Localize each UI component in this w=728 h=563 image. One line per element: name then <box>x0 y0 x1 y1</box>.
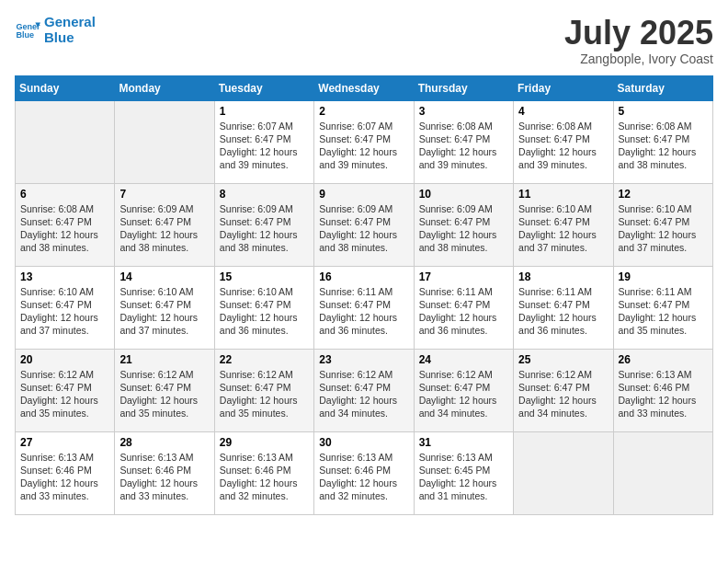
day-detail: Sunrise: 6:12 AMSunset: 6:47 PMDaylight:… <box>518 368 608 420</box>
day-number: 15 <box>220 270 309 283</box>
day-detail: Sunrise: 6:12 AMSunset: 6:47 PMDaylight:… <box>419 368 508 420</box>
calendar-cell: 9Sunrise: 6:09 AMSunset: 6:47 PMDaylight… <box>314 183 414 266</box>
calendar-cell: 24Sunrise: 6:12 AMSunset: 6:47 PMDayligh… <box>414 349 513 431</box>
day-detail: Sunrise: 6:08 AMSunset: 6:47 PMDaylight:… <box>619 120 708 172</box>
day-number: 27 <box>20 436 109 449</box>
calendar-week-row: 6Sunrise: 6:08 AMSunset: 6:47 PMDaylight… <box>16 183 713 266</box>
calendar-day-header: Saturday <box>613 75 712 100</box>
calendar-day-header: Friday <box>514 75 613 100</box>
logo-icon: General Blue <box>15 17 40 43</box>
calendar-cell: 6Sunrise: 6:08 AMSunset: 6:47 PMDaylight… <box>16 183 115 266</box>
calendar-header-row: SundayMondayTuesdayWednesdayThursdayFrid… <box>16 75 713 100</box>
logo: General Blue General Blue <box>15 15 96 45</box>
day-detail: Sunrise: 6:10 AMSunset: 6:47 PMDaylight:… <box>518 202 608 255</box>
day-number: 29 <box>220 436 309 449</box>
day-detail: Sunrise: 6:11 AMSunset: 6:47 PMDaylight:… <box>419 285 508 338</box>
calendar-week-row: 20Sunrise: 6:12 AMSunset: 6:47 PMDayligh… <box>16 349 713 431</box>
day-number: 19 <box>619 270 708 283</box>
day-detail: Sunrise: 6:09 AMSunset: 6:47 PMDaylight:… <box>119 202 209 255</box>
calendar-cell: 12Sunrise: 6:10 AMSunset: 6:47 PMDayligh… <box>613 183 712 266</box>
logo-text-line1: General <box>44 15 96 30</box>
day-number: 2 <box>319 105 408 118</box>
calendar-cell: 20Sunrise: 6:12 AMSunset: 6:47 PMDayligh… <box>16 349 115 431</box>
day-number: 12 <box>619 188 708 201</box>
day-number: 26 <box>619 353 708 366</box>
day-number: 23 <box>319 353 408 366</box>
calendar-cell: 2Sunrise: 6:07 AMSunset: 6:47 PMDaylight… <box>314 100 414 183</box>
calendar-week-row: 27Sunrise: 6:13 AMSunset: 6:46 PMDayligh… <box>16 431 713 514</box>
day-detail: Sunrise: 6:11 AMSunset: 6:47 PMDaylight:… <box>518 285 608 338</box>
day-detail: Sunrise: 6:12 AMSunset: 6:47 PMDaylight:… <box>220 368 309 420</box>
day-detail: Sunrise: 6:13 AMSunset: 6:46 PMDaylight:… <box>220 451 309 503</box>
calendar-cell: 28Sunrise: 6:13 AMSunset: 6:46 PMDayligh… <box>115 431 214 514</box>
day-number: 4 <box>518 105 608 118</box>
day-number: 5 <box>619 105 708 118</box>
calendar-day-header: Sunday <box>16 75 115 100</box>
day-detail: Sunrise: 6:11 AMSunset: 6:47 PMDaylight:… <box>619 285 708 338</box>
day-number: 9 <box>319 188 408 201</box>
day-detail: Sunrise: 6:13 AMSunset: 6:45 PMDaylight:… <box>419 451 508 503</box>
logo-text-line2: Blue <box>44 30 96 46</box>
calendar-cell: 16Sunrise: 6:11 AMSunset: 6:47 PMDayligh… <box>314 266 414 349</box>
calendar-body: 1Sunrise: 6:07 AMSunset: 6:47 PMDaylight… <box>16 100 713 514</box>
calendar-cell: 29Sunrise: 6:13 AMSunset: 6:46 PMDayligh… <box>214 431 313 514</box>
calendar-cell: 22Sunrise: 6:12 AMSunset: 6:47 PMDayligh… <box>214 349 313 431</box>
calendar-cell: 10Sunrise: 6:09 AMSunset: 6:47 PMDayligh… <box>414 183 513 266</box>
day-detail: Sunrise: 6:10 AMSunset: 6:47 PMDaylight:… <box>20 285 109 338</box>
calendar-cell: 19Sunrise: 6:11 AMSunset: 6:47 PMDayligh… <box>613 266 712 349</box>
calendar-cell: 26Sunrise: 6:13 AMSunset: 6:46 PMDayligh… <box>613 349 712 431</box>
day-detail: Sunrise: 6:10 AMSunset: 6:47 PMDaylight:… <box>119 285 209 338</box>
calendar-cell: 11Sunrise: 6:10 AMSunset: 6:47 PMDayligh… <box>514 183 613 266</box>
calendar-cell: 23Sunrise: 6:12 AMSunset: 6:47 PMDayligh… <box>314 349 414 431</box>
day-detail: Sunrise: 6:13 AMSunset: 6:46 PMDaylight:… <box>619 368 708 420</box>
calendar-day-header: Tuesday <box>214 75 313 100</box>
day-number: 10 <box>419 188 508 201</box>
calendar-cell: 30Sunrise: 6:13 AMSunset: 6:46 PMDayligh… <box>314 431 414 514</box>
day-detail: Sunrise: 6:12 AMSunset: 6:47 PMDaylight:… <box>119 368 209 420</box>
day-number: 3 <box>419 105 508 118</box>
calendar-cell: 1Sunrise: 6:07 AMSunset: 6:47 PMDaylight… <box>214 100 313 183</box>
svg-text:Blue: Blue <box>16 30 34 40</box>
day-number: 20 <box>20 353 109 366</box>
page-header: General Blue General Blue July 2025 Zang… <box>15 15 713 66</box>
calendar-cell <box>613 431 712 514</box>
calendar-day-header: Thursday <box>414 75 513 100</box>
day-number: 31 <box>419 436 508 449</box>
day-detail: Sunrise: 6:08 AMSunset: 6:47 PMDaylight:… <box>518 120 608 172</box>
calendar-cell: 25Sunrise: 6:12 AMSunset: 6:47 PMDayligh… <box>514 349 613 431</box>
calendar-cell: 7Sunrise: 6:09 AMSunset: 6:47 PMDaylight… <box>115 183 214 266</box>
day-detail: Sunrise: 6:12 AMSunset: 6:47 PMDaylight:… <box>20 368 109 420</box>
day-number: 22 <box>220 353 309 366</box>
day-number: 8 <box>220 188 309 201</box>
day-detail: Sunrise: 6:08 AMSunset: 6:47 PMDaylight:… <box>419 120 508 172</box>
day-detail: Sunrise: 6:11 AMSunset: 6:47 PMDaylight:… <box>319 285 408 338</box>
calendar-cell: 18Sunrise: 6:11 AMSunset: 6:47 PMDayligh… <box>514 266 613 349</box>
location-subtitle: Zangbople, Ivory Coast <box>564 52 713 66</box>
day-detail: Sunrise: 6:13 AMSunset: 6:46 PMDaylight:… <box>119 451 209 503</box>
title-block: July 2025 Zangbople, Ivory Coast <box>564 15 713 66</box>
day-number: 7 <box>119 188 209 201</box>
day-number: 25 <box>518 353 608 366</box>
day-detail: Sunrise: 6:07 AMSunset: 6:47 PMDaylight:… <box>220 120 309 172</box>
day-detail: Sunrise: 6:09 AMSunset: 6:47 PMDaylight:… <box>419 202 508 255</box>
calendar-cell: 21Sunrise: 6:12 AMSunset: 6:47 PMDayligh… <box>115 349 214 431</box>
day-number: 11 <box>518 188 608 201</box>
day-number: 28 <box>119 436 209 449</box>
day-number: 21 <box>119 353 209 366</box>
day-detail: Sunrise: 6:07 AMSunset: 6:47 PMDaylight:… <box>319 120 408 172</box>
calendar-cell <box>115 100 214 183</box>
calendar-cell: 15Sunrise: 6:10 AMSunset: 6:47 PMDayligh… <box>214 266 313 349</box>
calendar-cell: 27Sunrise: 6:13 AMSunset: 6:46 PMDayligh… <box>16 431 115 514</box>
day-number: 30 <box>319 436 408 449</box>
day-detail: Sunrise: 6:13 AMSunset: 6:46 PMDaylight:… <box>319 451 408 503</box>
calendar-cell: 8Sunrise: 6:09 AMSunset: 6:47 PMDaylight… <box>214 183 313 266</box>
calendar-cell: 5Sunrise: 6:08 AMSunset: 6:47 PMDaylight… <box>613 100 712 183</box>
day-number: 14 <box>119 270 209 283</box>
day-detail: Sunrise: 6:08 AMSunset: 6:47 PMDaylight:… <box>20 202 109 255</box>
calendar-day-header: Monday <box>115 75 214 100</box>
calendar-day-header: Wednesday <box>314 75 414 100</box>
day-number: 16 <box>319 270 408 283</box>
calendar-table: SundayMondayTuesdayWednesdayThursdayFrid… <box>15 75 713 515</box>
day-number: 13 <box>20 270 109 283</box>
calendar-week-row: 13Sunrise: 6:10 AMSunset: 6:47 PMDayligh… <box>16 266 713 349</box>
